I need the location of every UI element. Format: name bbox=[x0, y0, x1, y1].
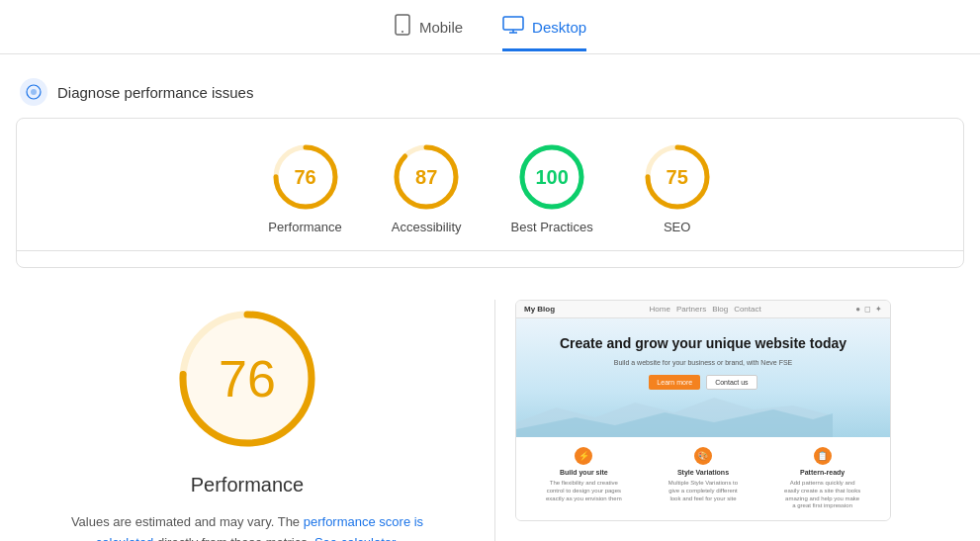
preview-buttons: Learn more Contact us bbox=[532, 375, 874, 390]
score-item-accessibility[interactable]: 87 Accessibility bbox=[392, 142, 462, 234]
accessibility-value: 87 bbox=[415, 166, 437, 189]
nav-partners: Partners bbox=[676, 305, 706, 314]
tab-mobile-label: Mobile bbox=[419, 19, 463, 36]
diagnose-title: Diagnose performance issues bbox=[57, 84, 253, 101]
vertical-divider bbox=[494, 300, 495, 541]
tab-desktop[interactable]: Desktop bbox=[502, 16, 586, 51]
performance-value: 76 bbox=[294, 166, 315, 189]
calculator-link[interactable]: See calculator. bbox=[314, 535, 399, 541]
accessibility-circle: 87 bbox=[392, 142, 461, 212]
svg-point-6 bbox=[31, 89, 37, 95]
diagnose-icon bbox=[20, 78, 47, 106]
score-item-best-practices[interactable]: 100 Best Practices bbox=[511, 142, 593, 234]
large-performance-title: Performance bbox=[191, 474, 305, 496]
feature-style: 🎨 Style Variations Multiple Style Variat… bbox=[664, 447, 743, 510]
diagnose-row: Diagnose performance issues bbox=[0, 70, 980, 118]
performance-description: Values are estimated and may vary. The p… bbox=[49, 512, 445, 541]
performance-circle: 76 bbox=[271, 142, 340, 212]
nav-blog: Blog bbox=[712, 305, 728, 314]
browser-nav: Home Partners Blog Contact bbox=[650, 305, 761, 314]
main-content: 76 Performance Values are estimated and … bbox=[0, 284, 980, 541]
preview-btn-primary[interactable]: Learn more bbox=[649, 375, 700, 390]
score-item-seo[interactable]: 75 SEO bbox=[643, 142, 712, 234]
large-performance-circle: 76 bbox=[168, 300, 326, 458]
score-row: 76 Performance 87 Accessibility bbox=[17, 142, 963, 234]
feature-build: ⚡ Build your site The flexibility and cr… bbox=[544, 447, 623, 510]
svg-rect-2 bbox=[503, 17, 523, 30]
hero-subtitle: Build a website for your business or bra… bbox=[532, 358, 874, 368]
feature-title-pattern: Pattern-ready bbox=[800, 469, 845, 476]
feature-desc-style: Multiple Style Variations to give a comp… bbox=[664, 480, 743, 502]
site-name: My Blog bbox=[524, 305, 555, 314]
description-directly: directly from these metrics. bbox=[157, 535, 311, 541]
description-text-1: Values are estimated and may vary. The bbox=[71, 514, 300, 529]
feature-icon-build: ⚡ bbox=[575, 447, 592, 465]
performance-label: Performance bbox=[268, 220, 341, 234]
nav-home: Home bbox=[650, 305, 670, 314]
browser-bar: My Blog Home Partners Blog Contact ● ◻ ✦ bbox=[516, 301, 890, 318]
left-panel: 76 Performance Values are estimated and … bbox=[20, 300, 475, 541]
mountain-decoration bbox=[516, 398, 833, 437]
feature-icon-style: 🎨 bbox=[694, 447, 712, 465]
score-item-performance[interactable]: 76 Performance bbox=[268, 142, 341, 234]
feature-title-style: Style Variations bbox=[677, 469, 729, 476]
website-preview: My Blog Home Partners Blog Contact ● ◻ ✦… bbox=[515, 300, 891, 521]
hero-title: Create and grow your unique website toda… bbox=[532, 334, 874, 354]
right-panel: My Blog Home Partners Blog Contact ● ◻ ✦… bbox=[515, 300, 891, 521]
feature-pattern: 📋 Pattern-ready Add patterns quickly and… bbox=[783, 447, 862, 510]
nav-contact: Contact bbox=[734, 305, 761, 314]
browser-social: ● ◻ ✦ bbox=[855, 305, 882, 314]
score-section: 76 Performance 87 Accessibility bbox=[16, 118, 964, 268]
desktop-icon bbox=[502, 16, 524, 39]
best-practices-label: Best Practices bbox=[511, 220, 593, 234]
seo-label: SEO bbox=[664, 220, 690, 234]
large-performance-value: 76 bbox=[219, 349, 276, 408]
mobile-icon bbox=[394, 14, 411, 41]
tab-desktop-label: Desktop bbox=[532, 19, 586, 36]
svg-point-1 bbox=[401, 31, 403, 33]
tab-mobile[interactable]: Mobile bbox=[394, 14, 463, 53]
feature-desc-build: The flexibility and creative control to … bbox=[544, 480, 623, 502]
social-icon-3: ✦ bbox=[875, 305, 882, 314]
feature-desc-pattern: Add patterns quickly and easily create a… bbox=[783, 480, 862, 510]
best-practices-circle: 100 bbox=[517, 142, 586, 212]
preview-features: ⚡ Build your site The flexibility and cr… bbox=[516, 437, 890, 520]
feature-title-build: Build your site bbox=[560, 469, 608, 476]
section-divider bbox=[17, 250, 963, 251]
feature-icon-pattern: 📋 bbox=[814, 447, 832, 465]
tab-bar: Mobile Desktop bbox=[0, 0, 980, 54]
social-icon-2: ◻ bbox=[864, 305, 871, 314]
preview-hero: Create and grow your unique website toda… bbox=[516, 318, 890, 437]
social-icon-1: ● bbox=[855, 305, 860, 314]
preview-btn-secondary[interactable]: Contact us bbox=[706, 375, 757, 390]
accessibility-label: Accessibility bbox=[392, 220, 462, 234]
seo-value: 75 bbox=[667, 166, 688, 189]
best-practices-value: 100 bbox=[535, 166, 568, 189]
seo-circle: 75 bbox=[643, 142, 712, 212]
